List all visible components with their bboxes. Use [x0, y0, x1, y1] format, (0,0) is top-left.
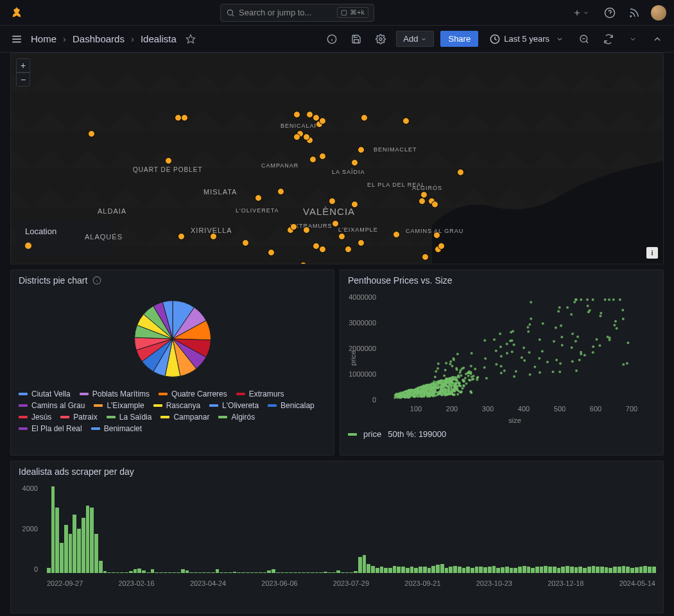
bar[interactable]	[267, 570, 271, 573]
zoom-in[interactable]: +	[16, 58, 30, 73]
bar[interactable]	[388, 568, 392, 573]
zoom-out[interactable]: −	[16, 73, 30, 87]
map-point[interactable]	[319, 246, 326, 253]
bar[interactable]	[431, 566, 435, 573]
bar[interactable]	[548, 567, 552, 573]
add-button[interactable]: Add	[396, 31, 434, 47]
map-point[interactable]	[290, 223, 297, 230]
bar[interactable]	[639, 567, 643, 573]
bar[interactable]	[289, 572, 293, 573]
bar[interactable]	[449, 567, 453, 573]
bar[interactable]	[328, 572, 332, 573]
map-point[interactable]	[358, 239, 365, 246]
bar[interactable]	[103, 571, 107, 573]
bar[interactable]	[172, 572, 176, 573]
bar[interactable]	[324, 572, 327, 573]
map-point[interactable]	[255, 194, 262, 201]
bar[interactable]	[272, 569, 275, 573]
bar[interactable]	[527, 567, 531, 573]
bar[interactable]	[64, 525, 68, 573]
bar[interactable]	[220, 572, 223, 573]
info-icon[interactable]	[92, 276, 101, 285]
map-point[interactable]	[178, 233, 185, 240]
bar[interactable]	[440, 564, 444, 573]
bar[interactable]	[241, 572, 245, 573]
bar[interactable]	[626, 567, 630, 573]
bar[interactable]	[622, 566, 626, 573]
bar[interactable]	[531, 568, 535, 573]
bar[interactable]	[263, 572, 267, 573]
bar[interactable]	[570, 567, 574, 573]
settings-icon[interactable]	[372, 30, 390, 48]
bar[interactable]	[436, 565, 440, 573]
map-point[interactable]	[88, 130, 95, 137]
bar[interactable]	[189, 572, 193, 573]
bar[interactable]	[566, 566, 569, 573]
map-point[interactable]	[210, 233, 217, 240]
legend-item[interactable]: Patraix	[60, 413, 97, 422]
bar[interactable]	[553, 567, 557, 573]
refresh-icon[interactable]	[600, 30, 618, 48]
bar[interactable]	[73, 515, 76, 573]
panel-info-icon[interactable]	[323, 30, 341, 48]
bar[interactable]	[630, 568, 634, 573]
bar[interactable]	[578, 567, 582, 573]
refresh-dropdown[interactable]	[624, 30, 642, 48]
bar[interactable]	[120, 572, 124, 573]
legend-item[interactable]: El Pla del Real	[19, 424, 82, 433]
map-point[interactable]	[402, 117, 410, 124]
bar[interactable]	[116, 572, 120, 573]
bar[interactable]	[501, 567, 505, 573]
bar[interactable]	[99, 561, 103, 573]
legend-item[interactable]: L'Eixample	[94, 401, 144, 410]
map-point[interactable]	[293, 111, 300, 118]
bar[interactable]	[475, 567, 479, 573]
search-input[interactable]: Search or jump to... ⌘+k	[220, 4, 374, 22]
bar[interactable]	[596, 567, 600, 573]
time-picker[interactable]: Last 5 years	[485, 31, 569, 47]
bar[interactable]	[224, 572, 228, 573]
map-point[interactable]	[303, 227, 310, 234]
news-icon[interactable]	[626, 5, 642, 21]
bar[interactable]	[259, 572, 263, 573]
bar[interactable]	[94, 534, 98, 573]
legend-item[interactable]: Jesús	[19, 413, 51, 422]
crumb-current[interactable]: Idealista	[141, 33, 177, 44]
legend-item[interactable]: Rascanya	[153, 401, 200, 410]
bar[interactable]	[371, 566, 375, 573]
legend-item[interactable]: L'Olivereta	[209, 401, 259, 410]
bar[interactable]	[216, 569, 220, 573]
map-point[interactable]	[300, 262, 307, 264]
bar[interactable]	[600, 567, 604, 573]
bar[interactable]	[540, 567, 544, 573]
bar[interactable]	[341, 572, 345, 573]
bar[interactable]	[332, 572, 336, 573]
legend-item[interactable]: Quatre Carreres	[159, 389, 227, 398]
bar[interactable]	[250, 572, 254, 573]
bar[interactable]	[583, 568, 587, 573]
bar[interactable]	[643, 566, 647, 573]
bar[interactable]	[47, 568, 51, 573]
bar[interactable]	[211, 572, 215, 573]
map-point[interactable]	[351, 201, 358, 208]
map-point[interactable]	[338, 233, 345, 240]
bar[interactable]	[393, 566, 397, 573]
bar[interactable]	[505, 567, 509, 573]
map-attribution-icon[interactable]: i	[646, 247, 658, 259]
bar[interactable]	[471, 568, 474, 573]
bar[interactable]	[363, 555, 367, 573]
bar[interactable]	[345, 572, 349, 573]
crumb-home[interactable]: Home	[31, 33, 56, 44]
map-point[interactable]	[309, 156, 316, 163]
legend-item[interactable]: La Saïdia	[107, 413, 152, 422]
bar[interactable]	[354, 571, 358, 573]
map-point[interactable]	[433, 232, 440, 239]
bar[interactable]	[281, 572, 284, 573]
bar[interactable]	[129, 571, 133, 573]
bar[interactable]	[488, 567, 492, 573]
bar[interactable]	[462, 568, 466, 573]
legend-item[interactable]: Benimaclet	[91, 424, 142, 433]
map-point[interactable]	[438, 243, 445, 250]
bar[interactable]	[107, 572, 111, 573]
map-point[interactable]	[420, 191, 428, 198]
